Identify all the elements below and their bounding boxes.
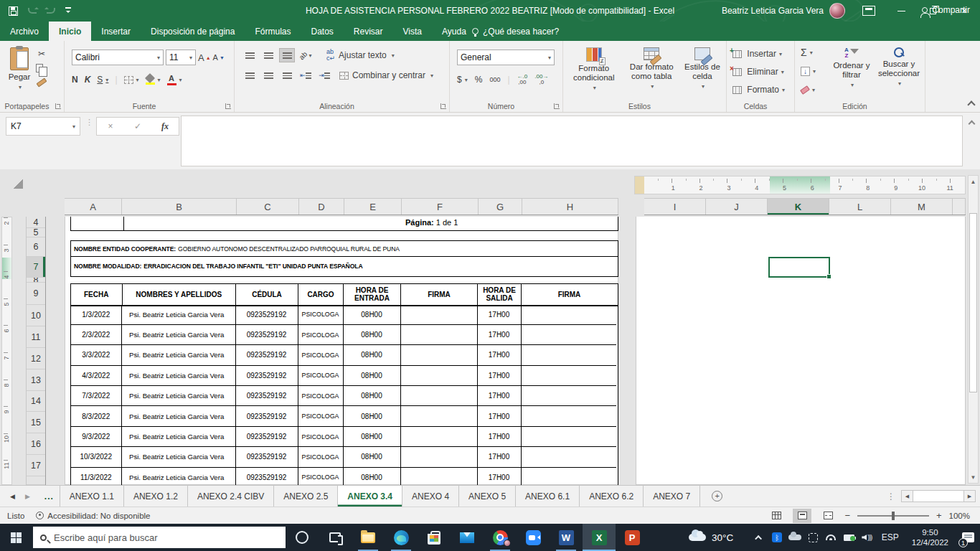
cell-fecha[interactable]: 9/3/2022 [71,427,123,446]
table-header-cell[interactable]: CARGO [298,284,344,305]
language-indicator[interactable]: ESP [876,532,905,542]
vertical-scroll-thumb[interactable] [969,213,977,392]
battery-button[interactable] [840,524,858,551]
cell-nombres[interactable]: Psi. Beatriz Leticia Garcia Vera [122,305,236,324]
fill-button[interactable]: ↓ [801,64,816,78]
accounting-format-button[interactable]: $ [457,72,468,87]
cell-firma-salida[interactable] [522,325,617,344]
wifi-button[interactable] [822,524,840,551]
cell-firma-salida[interactable] [522,447,617,466]
action-center-button[interactable]: 1 [956,524,980,551]
cell-hora-salida[interactable]: 17H00 [478,305,522,324]
redo-icon[interactable] [47,8,55,14]
zoom-level[interactable]: 100% [949,512,970,520]
font-size-combo[interactable]: 11 [166,50,196,65]
row-header[interactable]: 15 [27,412,45,433]
cell-firma-salida[interactable] [522,305,617,324]
row-header[interactable]: 17 [27,455,45,476]
sheet-tab[interactable]: ANEXO 5 [459,486,516,507]
cell-firma-entrada[interactable] [401,345,478,364]
snip-button[interactable] [804,524,822,551]
table-header-cell[interactable]: HORA DE SALIDA [478,284,522,305]
table-header-cell[interactable]: FECHA [71,284,123,305]
name-box[interactable]: K7 [6,117,80,136]
grow-font-button[interactable]: A▲ [198,50,211,65]
align-left-button[interactable] [242,68,258,83]
row-header[interactable]: 9 [27,283,45,305]
align-bottom-button[interactable] [279,48,295,62]
insert-cells-button[interactable]: Insertar [732,47,794,61]
cell-cargo[interactable]: PSICOLOGA [298,325,344,344]
cell-hora-entrada[interactable]: 08H00 [344,447,401,466]
align-top-button[interactable] [242,48,258,62]
cell-nombres[interactable]: Psi. Beatriz Leticia Garcia Vera [122,366,236,385]
powerpoint-button[interactable]: P [616,524,649,551]
cell-cedula[interactable]: 0923529192 [236,305,298,324]
cell-hora-salida[interactable]: 17H00 [478,325,522,344]
row-header[interactable]: 13 [27,369,45,391]
pagina-row[interactable]: Página: 1 de 1 [70,217,618,231]
cell-firma-entrada[interactable] [401,366,478,385]
cell-firma-entrada[interactable] [401,305,478,324]
onedrive-button[interactable] [786,524,804,551]
wrap-text-button[interactable]: abc↵Ajustar texto [326,48,395,62]
row-header[interactable]: 6 [27,237,45,257]
conditional-formatting-button[interactable]: Formato condicional [566,45,622,92]
cell-cargo[interactable]: PSICOLOGA [298,468,344,485]
table-header-cell[interactable]: CÉDULA [236,284,298,305]
sheet-tab[interactable]: ANEXO 2.4 CIBV [188,486,274,507]
ribbon-tab[interactable]: Vista [393,22,432,41]
cut-icon[interactable]: ✂ [36,48,47,60]
row-header[interactable]: 5 [27,228,45,237]
cell-cedula[interactable]: 0923529192 [236,325,298,344]
cell-cedula[interactable]: 0923529192 [236,366,298,385]
taskbar-search[interactable]: Escribe aquí para buscar [33,527,286,548]
task-view-button[interactable] [319,524,352,551]
cell-hora-salida[interactable]: 17H00 [478,366,522,385]
cell-firma-entrada[interactable] [401,468,478,485]
column-header[interactable]: I [644,198,706,215]
borders-button[interactable] [124,72,139,87]
cell-styles-button[interactable]: Estilos de celda [682,45,723,92]
restore-button[interactable] [917,0,948,22]
scroll-down-icon[interactable]: ▼ [969,471,978,483]
table-header-cell[interactable]: FIRMA [401,284,478,305]
cell-firma-entrada[interactable] [401,386,478,405]
cell-cargo[interactable]: PSICOLOGA [298,406,344,425]
horizontal-scroll-thumb[interactable] [913,491,964,501]
cell-hora-entrada[interactable]: 08H00 [344,406,401,425]
tray-expand-button[interactable] [750,524,768,551]
cell-hora-entrada[interactable]: 08H00 [344,366,401,385]
column-header[interactable]: F [402,198,479,215]
cell-cedula[interactable]: 0923529192 [236,406,298,425]
mail-button[interactable] [451,524,484,551]
tell-me-box[interactable]: ¿Qué desea hacer? [465,22,566,41]
cell-hora-salida[interactable]: 17H00 [478,468,522,485]
cell-fecha[interactable]: 7/3/2022 [71,386,123,405]
vertical-scrollbar[interactable]: ▲ ▼ [968,175,979,484]
cell-firma-salida[interactable] [522,406,617,425]
increase-decimal-button[interactable]: ←.0,00 [517,72,528,87]
collapse-formula-bar-icon[interactable] [969,121,976,128]
sheet-tab[interactable]: ANEXO 4 [402,486,459,507]
cell-firma-salida[interactable] [522,386,617,405]
hscroll-right-icon[interactable]: ▶ [964,491,975,501]
insert-function-icon[interactable]: fx [151,118,179,135]
file-explorer-button[interactable] [352,524,385,551]
increase-indent-button[interactable]: ⇥ [316,68,332,83]
horizontal-scrollbar[interactable]: ◀ ▶ [901,490,976,502]
sort-filter-button[interactable]: AZ Ordenar y filtrar [829,45,874,89]
ribbon-tab[interactable]: Inicio [49,22,91,41]
ribbon-tab[interactable]: Insertar [91,22,141,41]
sheet-tab[interactable]: ANEXO 2.5 [274,486,338,507]
ribbon-tab[interactable]: Disposición de página [141,22,245,41]
row-header[interactable]: 10 [27,305,45,326]
user-name[interactable]: Beatriz Leticia Garcia Vera [722,6,824,16]
cell-fecha[interactable]: 10/3/2022 [71,447,123,466]
align-center-button[interactable] [260,68,276,83]
fill-color-button[interactable] [146,72,161,87]
paste-button[interactable]: Pegar [3,45,36,90]
bluetooth-button[interactable]: ᛒ [768,524,786,551]
zoom-slider-thumb[interactable] [892,512,895,520]
formula-input[interactable] [181,116,963,166]
